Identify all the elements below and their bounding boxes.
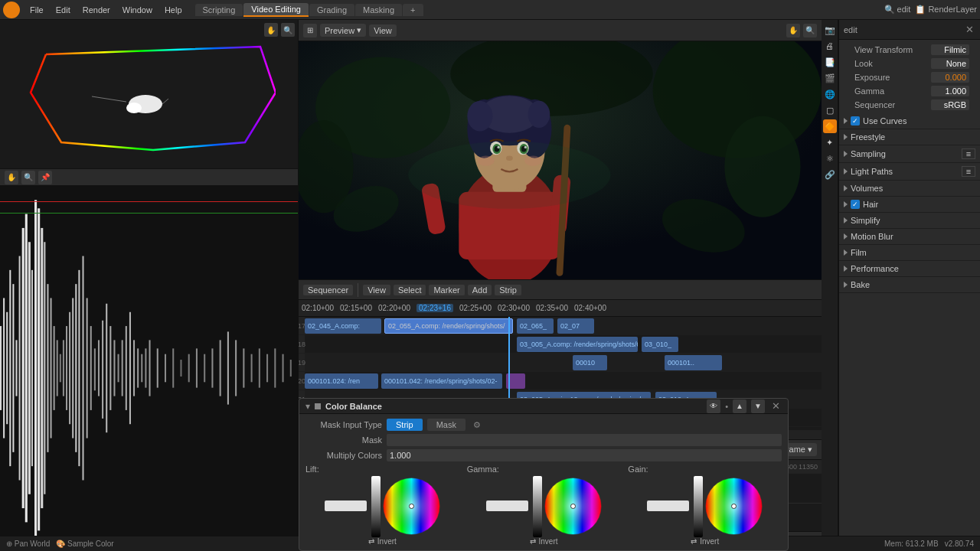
timecode-current: 02:23+16 [416, 304, 453, 312]
cb-mask-input[interactable] [387, 434, 782, 446]
performance-header[interactable]: Performance [839, 261, 980, 276]
clip-02055[interactable]: 02_055_A.comp: /render/spring/shots/ [384, 318, 513, 334]
hair-checkbox[interactable]: ✓ [851, 200, 860, 209]
cb-gamma-input[interactable] [486, 500, 528, 511]
waveform-content [0, 186, 298, 550]
cb-mask-btn[interactable]: Mask [427, 419, 466, 431]
cb-expand-icon[interactable]: ▾ [305, 401, 310, 412]
clip-02065[interactable]: 02_065_ [517, 318, 554, 334]
cb-eye-icon[interactable]: 👁 [707, 399, 720, 413]
svg-rect-26 [66, 326, 67, 410]
prop-output-icon[interactable]: 🖨 [823, 39, 837, 53]
tab-video-editing[interactable]: Video Editing [243, 3, 309, 17]
use-curves-header[interactable]: ✓ Use Curves [839, 113, 980, 129]
seq-dropdown[interactable]: Sequencer [303, 285, 353, 295]
prop-render-icon[interactable]: 📷 [823, 23, 837, 37]
zoom-icon[interactable]: 🔍 [281, 23, 295, 37]
waveform-zoom-icon[interactable]: 🔍 [21, 171, 35, 184]
clip-000101024[interactable]: 000101.024: /ren [305, 373, 378, 389]
waveform-pin-icon[interactable]: 📌 [38, 171, 52, 184]
prop-physics-icon[interactable]: ⚛ [823, 152, 837, 165]
menu-file[interactable]: File [24, 4, 49, 16]
blender-logo [3, 2, 20, 18]
use-curves-checkbox[interactable]: ✓ [851, 116, 860, 126]
svg-rect-33 [90, 326, 92, 410]
cb-gain-wheel-container[interactable] [705, 478, 763, 536]
preview-dropdown[interactable]: Preview ▾ [320, 24, 366, 37]
track-row-20: 20 000101.024: /ren 000101.042: /render/… [299, 372, 822, 390]
cb-settings-icon[interactable]: ⚙ [473, 420, 481, 430]
hair-header[interactable]: ✓ Hair [839, 197, 980, 212]
cb-title: Color Balance [325, 402, 382, 411]
exposure-value[interactable]: 0.000 [931, 72, 969, 83]
bake-header[interactable]: Bake [839, 277, 980, 292]
prop-object-icon[interactable]: ▢ [823, 103, 837, 117]
menu-help[interactable]: Help [159, 4, 188, 16]
cb-lift-invert-arrows: ⇄ [368, 537, 374, 546]
vp-zoom-icon[interactable]: 🔍 [803, 24, 817, 37]
cb-gain-strip[interactable] [694, 476, 703, 537]
menu-render[interactable]: Render [77, 4, 116, 16]
clip-00010[interactable]: 00010 [573, 355, 607, 370]
clip-02045[interactable]: 02_045_A.comp: [305, 318, 381, 334]
cb-gamma-strip[interactable] [533, 476, 542, 537]
menu-edit[interactable]: Edit [51, 4, 76, 16]
cb-close-icon[interactable]: ✕ [769, 400, 782, 412]
cb-multiply-value[interactable]: 1.000 [387, 449, 782, 461]
clip-03010a[interactable]: 03_010_ [642, 337, 678, 352]
seq-view-btn[interactable]: View [363, 285, 390, 295]
light-paths-header[interactable]: Light Paths ≡ [839, 163, 980, 180]
prop-active-icon[interactable]: 🔶 [823, 119, 837, 133]
seq-value[interactable]: sRGB [931, 99, 969, 110]
tab-scripting[interactable]: Scripting [195, 4, 243, 16]
cb-down-icon[interactable]: ▼ [751, 399, 765, 413]
menu-window[interactable]: Window [117, 4, 158, 16]
prop-world-icon[interactable]: 🌐 [823, 87, 837, 101]
seq-strip-btn[interactable]: Strip [495, 285, 521, 295]
clip-0207[interactable]: 02_07 [557, 318, 594, 334]
cb-lift-input[interactable] [325, 500, 367, 511]
cb-up-icon[interactable]: ▲ [733, 399, 746, 413]
seq-add-btn[interactable]: Add [468, 285, 492, 295]
vp-hand-icon[interactable]: ✋ [786, 24, 800, 37]
freestyle-header[interactable]: Freestyle [839, 129, 980, 145]
clip-000101b[interactable]: 000101.. [665, 355, 722, 370]
prop-particles-icon[interactable]: ✦ [823, 135, 837, 149]
light-paths-list-icon[interactable]: ≡ [962, 166, 975, 177]
cb-gain-invert-arrows: ⇄ [691, 537, 697, 546]
simplify-header[interactable]: Simplify [839, 213, 980, 228]
rp-close-icon[interactable]: ✕ [963, 24, 975, 36]
clip-03005a[interactable]: 03_005_A.comp: /render/spring/shots/03 [517, 337, 638, 352]
cb-lift-strip[interactable] [371, 476, 381, 537]
motion-blur-header[interactable]: Motion Blur [839, 229, 980, 244]
film-header[interactable]: Film [839, 245, 980, 260]
vt-value[interactable]: Filmic [931, 44, 969, 55]
vp-icon1[interactable]: ⊞ [303, 24, 317, 37]
prop-view-layer-icon[interactable]: 📑 [823, 55, 837, 69]
cb-lift-wheel-container[interactable] [383, 478, 440, 536]
tab-masking[interactable]: Masking [355, 4, 402, 16]
waveform-hand-icon[interactable]: ✋ [5, 171, 18, 184]
svg-rect-43 [129, 312, 131, 424]
clip-000101042[interactable]: 000101.042: /render/spring/shots/02- [381, 373, 502, 389]
cb-strip-btn[interactable]: Strip [387, 419, 423, 431]
tab-grading[interactable]: Grading [309, 4, 354, 16]
track-label-17: 17 [299, 317, 305, 334]
gamma-value[interactable]: 1.000 [931, 86, 969, 96]
tab-add[interactable]: + [403, 4, 423, 16]
cb-gain-input[interactable] [647, 500, 689, 511]
sampling-header[interactable]: Sampling ≡ [839, 145, 980, 162]
seq-marker-btn[interactable]: Marker [429, 285, 464, 295]
clip-purple1[interactable] [506, 373, 525, 389]
svg-rect-47 [145, 348, 146, 387]
cb-gamma-wheel-container[interactable] [544, 478, 602, 536]
prop-scene-icon[interactable]: 🎬 [823, 71, 837, 85]
cb-lift-invert: ⇄ Invert [368, 537, 397, 546]
seq-select-btn[interactable]: Select [394, 285, 426, 295]
view-dropdown[interactable]: View [369, 24, 397, 37]
prop-constraints-icon[interactable]: 🔗 [823, 168, 837, 181]
volumes-header[interactable]: Volumes [839, 181, 980, 196]
sampling-list-icon[interactable]: ≡ [962, 148, 975, 159]
svg-rect-50 [165, 354, 166, 383]
look-value[interactable]: None [931, 58, 969, 69]
